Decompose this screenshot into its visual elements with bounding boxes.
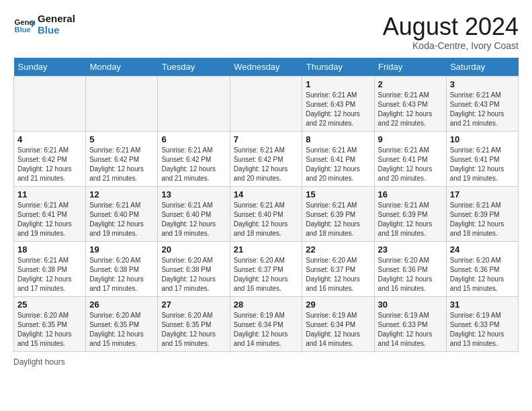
calendar-cell: 16Sunrise: 6:21 AM Sunset: 6:39 PM Dayli…	[374, 186, 446, 241]
day-number: 28	[234, 300, 299, 310]
calendar-table: SundayMondayTuesdayWednesdayThursdayFrid…	[13, 58, 519, 352]
day-number: 30	[378, 300, 443, 310]
day-info: Sunrise: 6:20 AM Sunset: 6:36 PM Dayligh…	[450, 256, 515, 293]
day-number: 26	[89, 300, 154, 310]
day-number: 18	[17, 244, 82, 255]
day-number: 19	[89, 244, 154, 255]
day-number: 1	[306, 79, 370, 89]
day-info: Sunrise: 6:20 AM Sunset: 6:38 PM Dayligh…	[89, 256, 154, 293]
day-number: 3	[450, 79, 515, 89]
day-number: 13	[161, 189, 226, 199]
day-number: 16	[378, 189, 443, 199]
day-number: 25	[17, 300, 82, 310]
calendar-cell: 6Sunrise: 6:21 AM Sunset: 6:42 PM Daylig…	[158, 131, 230, 186]
day-number: 12	[89, 189, 154, 199]
day-number: 17	[450, 189, 515, 199]
calendar-cell: 25Sunrise: 6:20 AM Sunset: 6:35 PM Dayli…	[14, 296, 86, 351]
day-number: 15	[306, 189, 370, 199]
calendar-week-row: 11Sunrise: 6:21 AM Sunset: 6:41 PM Dayli…	[14, 186, 519, 241]
title-block: August 2024 Koda-Centre, Ivory Coast	[383, 13, 519, 51]
day-number: 14	[234, 189, 299, 199]
day-number: 5	[89, 134, 154, 144]
logo: General Blue General Blue	[13, 13, 75, 36]
day-header-monday: Monday	[86, 58, 158, 77]
daylight-label: Daylight hours	[13, 357, 65, 367]
location: Koda-Centre, Ivory Coast	[383, 40, 519, 51]
calendar-cell: 13Sunrise: 6:21 AM Sunset: 6:40 PM Dayli…	[158, 186, 230, 241]
day-info: Sunrise: 6:21 AM Sunset: 6:39 PM Dayligh…	[306, 201, 370, 238]
calendar-week-row: 18Sunrise: 6:21 AM Sunset: 6:38 PM Dayli…	[14, 241, 519, 296]
day-number: 27	[161, 300, 226, 310]
calendar-cell: 2Sunrise: 6:21 AM Sunset: 6:43 PM Daylig…	[374, 76, 446, 131]
day-info: Sunrise: 6:19 AM Sunset: 6:34 PM Dayligh…	[306, 311, 370, 349]
calendar-week-row: 1Sunrise: 6:21 AM Sunset: 6:43 PM Daylig…	[14, 76, 519, 131]
day-number: 21	[234, 244, 299, 255]
day-info: Sunrise: 6:20 AM Sunset: 6:37 PM Dayligh…	[306, 256, 370, 293]
calendar-cell: 3Sunrise: 6:21 AM Sunset: 6:43 PM Daylig…	[446, 76, 518, 131]
logo-icon: General Blue	[13, 14, 35, 36]
calendar-cell: 21Sunrise: 6:20 AM Sunset: 6:37 PM Dayli…	[230, 241, 302, 296]
calendar-cell: 26Sunrise: 6:20 AM Sunset: 6:35 PM Dayli…	[86, 296, 158, 351]
day-info: Sunrise: 6:21 AM Sunset: 6:42 PM Dayligh…	[89, 146, 154, 183]
day-header-saturday: Saturday	[446, 58, 518, 77]
calendar-cell: 8Sunrise: 6:21 AM Sunset: 6:41 PM Daylig…	[302, 131, 374, 186]
day-info: Sunrise: 6:21 AM Sunset: 6:38 PM Dayligh…	[17, 256, 82, 293]
logo-blue: Blue	[38, 24, 60, 36]
day-info: Sunrise: 6:21 AM Sunset: 6:39 PM Dayligh…	[378, 201, 443, 238]
day-info: Sunrise: 6:21 AM Sunset: 6:43 PM Dayligh…	[306, 91, 370, 128]
day-number: 6	[161, 134, 226, 144]
calendar-cell: 22Sunrise: 6:20 AM Sunset: 6:37 PM Dayli…	[302, 241, 374, 296]
svg-text:Blue: Blue	[15, 26, 31, 34]
calendar-cell: 27Sunrise: 6:20 AM Sunset: 6:35 PM Dayli…	[158, 296, 230, 351]
day-number: 23	[378, 244, 443, 255]
day-info: Sunrise: 6:21 AM Sunset: 6:40 PM Dayligh…	[89, 201, 154, 238]
day-number: 31	[450, 300, 515, 310]
calendar-cell: 30Sunrise: 6:19 AM Sunset: 6:33 PM Dayli…	[374, 296, 446, 351]
footer: Daylight hours	[13, 357, 519, 367]
calendar-cell: 24Sunrise: 6:20 AM Sunset: 6:36 PM Dayli…	[446, 241, 518, 296]
day-info: Sunrise: 6:21 AM Sunset: 6:42 PM Dayligh…	[17, 146, 82, 183]
calendar-cell	[230, 76, 302, 131]
day-info: Sunrise: 6:19 AM Sunset: 6:33 PM Dayligh…	[450, 311, 515, 349]
day-info: Sunrise: 6:21 AM Sunset: 6:43 PM Dayligh…	[378, 91, 443, 128]
calendar-cell: 10Sunrise: 6:21 AM Sunset: 6:41 PM Dayli…	[446, 131, 518, 186]
day-info: Sunrise: 6:21 AM Sunset: 6:43 PM Dayligh…	[450, 91, 515, 128]
calendar-cell: 19Sunrise: 6:20 AM Sunset: 6:38 PM Dayli…	[86, 241, 158, 296]
calendar-cell: 29Sunrise: 6:19 AM Sunset: 6:34 PM Dayli…	[302, 296, 374, 351]
day-info: Sunrise: 6:21 AM Sunset: 6:41 PM Dayligh…	[306, 146, 370, 183]
calendar-cell	[14, 76, 86, 131]
day-info: Sunrise: 6:21 AM Sunset: 6:42 PM Dayligh…	[161, 146, 226, 183]
calendar-cell: 7Sunrise: 6:21 AM Sunset: 6:42 PM Daylig…	[230, 131, 302, 186]
day-number: 4	[17, 134, 82, 144]
day-info: Sunrise: 6:21 AM Sunset: 6:41 PM Dayligh…	[450, 146, 515, 183]
day-info: Sunrise: 6:19 AM Sunset: 6:33 PM Dayligh…	[378, 311, 443, 349]
calendar-week-row: 25Sunrise: 6:20 AM Sunset: 6:35 PM Dayli…	[14, 296, 519, 351]
day-info: Sunrise: 6:21 AM Sunset: 6:39 PM Dayligh…	[450, 201, 515, 238]
calendar-cell: 5Sunrise: 6:21 AM Sunset: 6:42 PM Daylig…	[86, 131, 158, 186]
day-number: 24	[450, 244, 515, 255]
day-header-friday: Friday	[374, 58, 446, 77]
day-header-wednesday: Wednesday	[230, 58, 302, 77]
day-number: 8	[306, 134, 370, 144]
calendar-cell: 15Sunrise: 6:21 AM Sunset: 6:39 PM Dayli…	[302, 186, 374, 241]
calendar-cell: 18Sunrise: 6:21 AM Sunset: 6:38 PM Dayli…	[14, 241, 86, 296]
day-number: 7	[234, 134, 299, 144]
calendar-cell: 20Sunrise: 6:20 AM Sunset: 6:38 PM Dayli…	[158, 241, 230, 296]
day-number: 2	[378, 79, 443, 89]
calendar-cell: 31Sunrise: 6:19 AM Sunset: 6:33 PM Dayli…	[446, 296, 518, 351]
day-info: Sunrise: 6:20 AM Sunset: 6:35 PM Dayligh…	[161, 311, 226, 349]
day-number: 9	[378, 134, 443, 144]
day-info: Sunrise: 6:21 AM Sunset: 6:40 PM Dayligh…	[161, 201, 226, 238]
calendar-cell: 4Sunrise: 6:21 AM Sunset: 6:42 PM Daylig…	[14, 131, 86, 186]
page-header: General Blue General Blue August 2024 Ko…	[13, 13, 519, 51]
day-info: Sunrise: 6:19 AM Sunset: 6:34 PM Dayligh…	[234, 311, 299, 349]
day-header-tuesday: Tuesday	[158, 58, 230, 77]
day-header-thursday: Thursday	[302, 58, 374, 77]
calendar-cell	[86, 76, 158, 131]
calendar-cell	[158, 76, 230, 131]
day-number: 10	[450, 134, 515, 144]
calendar-week-row: 4Sunrise: 6:21 AM Sunset: 6:42 PM Daylig…	[14, 131, 519, 186]
day-info: Sunrise: 6:20 AM Sunset: 6:35 PM Dayligh…	[89, 311, 154, 349]
calendar-header-row: SundayMondayTuesdayWednesdayThursdayFrid…	[14, 58, 519, 77]
calendar-cell: 23Sunrise: 6:20 AM Sunset: 6:36 PM Dayli…	[374, 241, 446, 296]
